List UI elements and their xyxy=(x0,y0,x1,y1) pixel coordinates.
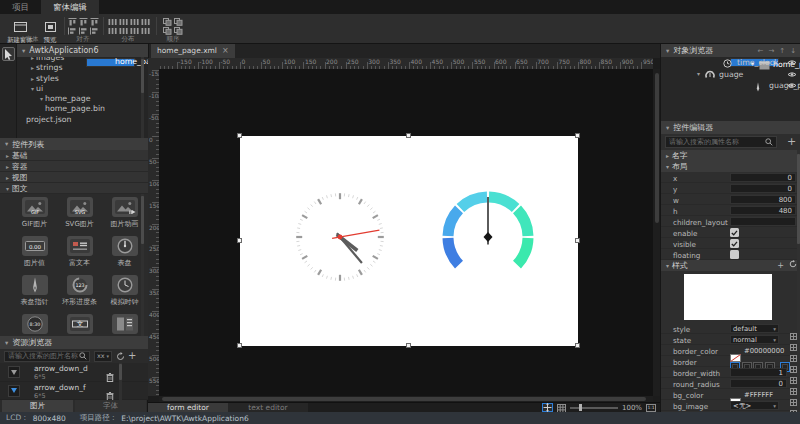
widget-item[interactable]: SVGSVG图片 xyxy=(57,197,102,229)
distribute-h4-icon[interactable] xyxy=(140,17,151,26)
distribute-h1-icon[interactable] xyxy=(107,17,118,26)
resource-tab[interactable]: 字体 xyxy=(75,400,146,412)
widget-category-collapsed[interactable]: ▸基础 xyxy=(0,150,148,161)
x-field[interactable] xyxy=(730,173,796,182)
design-canvas[interactable] xyxy=(240,136,578,346)
vertical-scrollbar[interactable] xyxy=(653,69,660,396)
project-tree-item[interactable]: ▾ui xyxy=(17,84,148,94)
object-tree-node[interactable]: ▾guage xyxy=(661,69,800,81)
enable-checkbox[interactable] xyxy=(730,228,739,237)
tab-home-page-xml[interactable]: home_page.xml × xyxy=(151,44,235,58)
state-select[interactable]: normal▾ xyxy=(730,335,779,344)
floating-checkbox[interactable] xyxy=(730,250,739,259)
nav-right-icon[interactable]: → xyxy=(768,47,774,55)
widget-item[interactable]: GIFGIF图片 xyxy=(12,197,57,229)
project-tree-item[interactable]: project.json xyxy=(17,115,148,125)
align-right-icon[interactable] xyxy=(89,26,100,35)
children_layout-field[interactable] xyxy=(730,217,796,226)
selection-handle[interactable] xyxy=(575,133,580,138)
object-tree-node[interactable]: guage_pointer xyxy=(661,80,800,92)
style-select[interactable]: default▾ xyxy=(730,324,779,333)
align-top-icon[interactable] xyxy=(67,17,78,26)
y-field[interactable] xyxy=(730,184,796,193)
align-left-icon[interactable] xyxy=(67,26,78,35)
widget-category-collapsed[interactable]: ▸容器 xyxy=(0,161,148,172)
pan-tool-icon[interactable] xyxy=(542,403,553,412)
editor-tab[interactable]: form editor xyxy=(148,403,228,413)
add-style-icon[interactable]: + xyxy=(777,260,784,271)
send-back-icon[interactable] xyxy=(173,17,184,26)
eye-icon[interactable] xyxy=(787,59,797,68)
time-clock-widget[interactable] xyxy=(296,193,384,281)
add-property-icon[interactable]: + xyxy=(787,135,796,148)
scrollbar[interactable] xyxy=(141,194,144,336)
selection-handle[interactable] xyxy=(237,343,242,348)
scrollbar[interactable] xyxy=(119,363,122,400)
nav-up-icon[interactable]: ↑ xyxy=(779,47,785,55)
resource-filter-dropdown[interactable]: xx▾ xyxy=(94,351,112,362)
visible-checkbox[interactable] xyxy=(730,239,739,248)
tab-project[interactable]: 项目 xyxy=(0,0,41,14)
eye-icon[interactable] xyxy=(787,71,797,80)
selection-handle[interactable] xyxy=(575,238,580,243)
resource-item[interactable]: arrow_down_f6*5 xyxy=(0,382,148,401)
project-tree-item[interactable]: ▾home_page xyxy=(17,94,148,104)
distribute-h3-icon[interactable] xyxy=(129,17,140,26)
h-field[interactable] xyxy=(730,206,796,215)
widget-item[interactable]: 8:30 xyxy=(12,314,57,336)
tab-form-edit[interactable]: 窗体编辑 xyxy=(41,0,99,14)
trash-icon[interactable] xyxy=(106,386,114,401)
resource-browser-header[interactable]: ▾ 资源浏览器 xyxy=(0,336,148,349)
scrollbar[interactable] xyxy=(141,57,144,138)
add-resource-icon[interactable]: + xyxy=(128,350,136,361)
widget-item[interactable]: 表盘指针 xyxy=(12,275,57,307)
w-field[interactable] xyxy=(730,195,796,204)
bg_image-select[interactable]: <无>▾ xyxy=(730,401,779,410)
send-backward-icon[interactable] xyxy=(173,26,184,35)
widget-item[interactable]: 富文本 xyxy=(57,236,102,268)
section-name[interactable]: ▸名字 xyxy=(661,150,800,161)
project-tree-item[interactable]: ▸styles xyxy=(17,74,148,84)
widget-item[interactable]: 文 xyxy=(57,314,102,336)
new-form-button[interactable]: 新建窗体 xyxy=(3,16,37,36)
refresh-icon[interactable] xyxy=(789,260,797,271)
nav-left-icon[interactable]: ← xyxy=(758,47,764,55)
resource-tab[interactable]: 图片 xyxy=(2,400,73,412)
refresh-icon[interactable] xyxy=(116,352,125,361)
project-tree-item[interactable]: home_page.xml xyxy=(86,58,135,67)
widget-item[interactable]: 0.00图片值 xyxy=(12,236,57,268)
project-tree-item[interactable]: home_page.bin xyxy=(17,104,148,114)
distribute-v1-icon[interactable] xyxy=(107,26,118,35)
distribute-v3-icon[interactable] xyxy=(129,26,140,35)
widget-item[interactable]: 123环形进度条 xyxy=(57,275,102,307)
widget-list-header[interactable]: ▾ 控件列表 xyxy=(0,138,148,150)
eye-icon[interactable] xyxy=(787,82,797,91)
project-tree-header[interactable]: ▾ AwtkApplication6 xyxy=(17,44,148,57)
selection-handle[interactable] xyxy=(237,133,242,138)
preview-button[interactable]: 预览 xyxy=(39,16,61,36)
property-search-input[interactable] xyxy=(665,136,777,148)
resource-search-input[interactable] xyxy=(4,351,90,362)
pick-tool-button[interactable] xyxy=(2,47,15,61)
reset-icon[interactable] xyxy=(790,402,797,413)
gauge-widget[interactable] xyxy=(448,197,528,265)
object-tree-node[interactable]: time_clock xyxy=(661,57,800,69)
widget-category-collapsed[interactable]: ▸视图 xyxy=(0,172,148,183)
widget-category-expanded[interactable]: ▾图文 xyxy=(0,183,148,194)
actual-size-icon[interactable]: 1:1 xyxy=(646,404,656,412)
bring-front-icon[interactable] xyxy=(162,17,173,26)
align-bottom-icon[interactable] xyxy=(89,17,100,26)
editor-tab[interactable]: text editor xyxy=(228,403,308,413)
distribute-h2-icon[interactable] xyxy=(118,17,129,26)
widget-editor-header[interactable]: ▾ 控件编辑器 xyxy=(661,121,800,134)
close-icon[interactable]: × xyxy=(222,44,229,58)
selection-handle[interactable] xyxy=(575,343,580,348)
resource-item[interactable]: arrow_down_d6*5 xyxy=(0,363,148,382)
distribute-v4-icon[interactable] xyxy=(140,26,151,35)
bring-forward-icon[interactable] xyxy=(162,26,173,35)
align-middle-icon[interactable] xyxy=(78,17,89,26)
align-center-icon[interactable] xyxy=(78,26,89,35)
design-viewport[interactable] xyxy=(159,69,653,396)
selection-handle[interactable] xyxy=(406,133,411,138)
selection-handle[interactable] xyxy=(406,343,411,348)
